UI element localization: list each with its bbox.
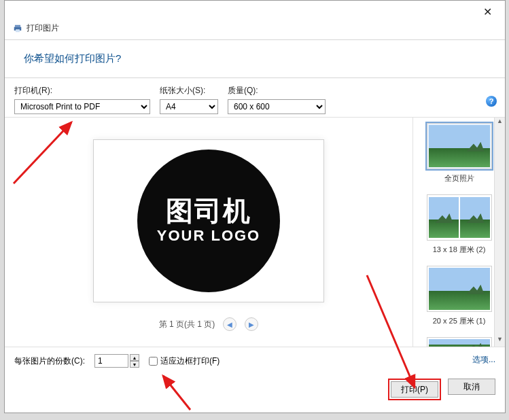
print-pictures-dialog: ✕ 打印图片 你希望如何打印图片? 打印机(R): Microsoft Prin… — [4, 0, 506, 413]
printer-icon — [13, 24, 22, 33]
copies-label: 每张图片的份数(C): — [14, 355, 85, 367]
pager: 第 1 页(共 1 页) ◀ ▶ — [159, 317, 259, 331]
body-area: 图司机 YOUR LOGO 第 1 页(共 1 页) ◀ ▶ 全页照片 13 x… — [5, 117, 505, 347]
svg-rect-0 — [15, 24, 20, 27]
bottom-bar: 每张图片的份数(C): ▲ ▼ 适应边框打印(F) 选项... — [5, 347, 505, 374]
help-icon[interactable]: ? — [486, 96, 497, 107]
layout-label: 13 x 18 厘米 (2) — [417, 245, 501, 255]
layout-item-20x25[interactable]: 20 x 25 厘米 (1) — [417, 266, 501, 326]
fit-frame-checkbox[interactable] — [149, 357, 158, 366]
print-button[interactable]: 打印(P) — [391, 381, 438, 398]
cancel-button[interactable]: 取消 — [448, 379, 495, 395]
svg-rect-2 — [16, 29, 20, 32]
preview-logo: 图司机 YOUR LOGO — [137, 150, 280, 292]
titlebar: ✕ — [5, 1, 505, 22]
copies-up-button[interactable]: ▲ — [130, 354, 139, 361]
layout-item-more[interactable] — [417, 337, 501, 347]
layout-label: 全页照片 — [417, 173, 501, 183]
layout-pane[interactable]: 全页照片 13 x 18 厘米 (2) 20 x 25 厘米 (1) ▲▼ — [413, 118, 505, 347]
layout-scrollbar[interactable]: ▲▼ — [494, 118, 505, 347]
preview-pane: 图司机 YOUR LOGO 第 1 页(共 1 页) ◀ ▶ — [5, 118, 413, 347]
layout-item-full-page[interactable]: 全页照片 — [417, 123, 501, 183]
next-page-button[interactable]: ▶ — [245, 317, 258, 331]
pager-text: 第 1 页(共 1 页) — [159, 319, 215, 330]
copies-input[interactable] — [94, 354, 128, 368]
fit-frame-label: 适应边框打印(F) — [160, 355, 220, 367]
printer-label: 打印机(R): — [14, 85, 150, 97]
layout-label: 20 x 25 厘米 (1) — [417, 316, 501, 326]
quality-label: 质量(Q): — [228, 85, 326, 97]
close-button[interactable]: ✕ — [472, 2, 502, 21]
paper-label: 纸张大小(S): — [160, 85, 218, 97]
header-title: 你希望如何打印图片? — [24, 52, 486, 65]
logo-text-cn: 图司机 — [166, 197, 251, 224]
options-row: 打印机(R): Microsoft Print to PDF 纸张大小(S): … — [5, 78, 505, 117]
subtitle-row: 打印图片 — [5, 22, 505, 39]
paper-size-select[interactable]: A4 — [160, 99, 218, 114]
layout-item-13x18[interactable]: 13 x 18 厘米 (2) — [417, 194, 501, 255]
logo-text-en: YOUR LOGO — [157, 227, 260, 245]
subtitle-text: 打印图片 — [27, 22, 59, 34]
preview-page: 图司机 YOUR LOGO — [93, 139, 324, 302]
printer-select[interactable]: Microsoft Print to PDF — [14, 99, 150, 114]
annotation-print-highlight: 打印(P) — [388, 379, 441, 400]
prev-page-button[interactable]: ◀ — [223, 317, 236, 331]
button-row: 打印(P) 取消 — [5, 374, 505, 408]
options-link[interactable]: 选项... — [472, 354, 495, 366]
quality-select[interactable]: 600 x 600 — [228, 99, 326, 114]
header: 你希望如何打印图片? — [5, 39, 505, 78]
copies-down-button[interactable]: ▼ — [130, 361, 139, 368]
